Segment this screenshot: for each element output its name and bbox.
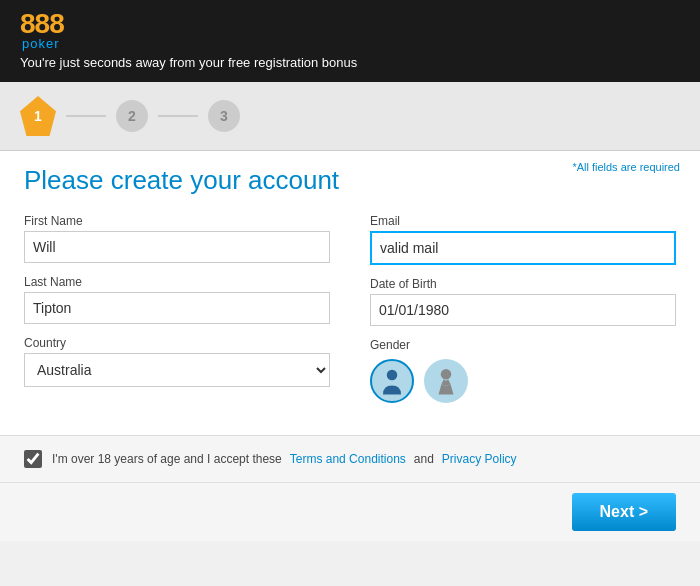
checkbox-text-and: and bbox=[414, 452, 434, 466]
email-group: Email bbox=[370, 214, 676, 265]
country-group: Country Australia United States United K… bbox=[24, 336, 330, 387]
terms-label: I'm over 18 years of age and I accept th… bbox=[52, 452, 517, 466]
main-content: *All fields are required Please create y… bbox=[0, 151, 700, 435]
step-connector-2 bbox=[158, 115, 198, 117]
gender-group: Gender bbox=[370, 338, 676, 403]
terms-checkbox[interactable] bbox=[24, 450, 42, 468]
last-name-input[interactable] bbox=[24, 292, 330, 324]
gender-female-icon[interactable] bbox=[424, 359, 468, 403]
dob-input[interactable] bbox=[370, 294, 676, 326]
step-3: 3 bbox=[208, 100, 240, 132]
last-name-group: Last Name bbox=[24, 275, 330, 324]
gender-male-icon[interactable] bbox=[370, 359, 414, 403]
logo: 888 poker bbox=[20, 10, 64, 51]
last-name-label: Last Name bbox=[24, 275, 330, 289]
logo-poker-text: poker bbox=[22, 36, 64, 51]
privacy-link[interactable]: Privacy Policy bbox=[442, 452, 517, 466]
dob-label: Date of Birth bbox=[370, 277, 676, 291]
step-connector-1 bbox=[66, 115, 106, 117]
next-bar: Next > bbox=[0, 482, 700, 541]
dob-group: Date of Birth bbox=[370, 277, 676, 326]
first-name-input[interactable] bbox=[24, 231, 330, 263]
checkbox-text-prefix: I'm over 18 years of age and I accept th… bbox=[52, 452, 282, 466]
email-label: Email bbox=[370, 214, 676, 228]
country-select[interactable]: Australia United States United Kingdom C… bbox=[24, 353, 330, 387]
form-grid: First Name Last Name Country Australia U… bbox=[24, 214, 676, 415]
header: 888 poker You're just seconds away from … bbox=[0, 0, 700, 82]
logo-888-text: 888 bbox=[20, 10, 64, 38]
first-name-group: First Name bbox=[24, 214, 330, 263]
first-name-label: First Name bbox=[24, 214, 330, 228]
email-input[interactable] bbox=[370, 231, 676, 265]
step-2: 2 bbox=[116, 100, 148, 132]
svg-point-0 bbox=[387, 370, 398, 381]
steps-bar: 1 2 3 bbox=[0, 82, 700, 151]
terms-link[interactable]: Terms and Conditions bbox=[290, 452, 406, 466]
header-subtitle: You're just seconds away from your free … bbox=[20, 55, 357, 70]
required-note: *All fields are required bbox=[572, 161, 680, 173]
footer-area: I'm over 18 years of age and I accept th… bbox=[0, 435, 700, 482]
gender-label: Gender bbox=[370, 338, 676, 352]
step-1: 1 bbox=[20, 96, 56, 136]
svg-point-1 bbox=[441, 369, 452, 380]
next-button[interactable]: Next > bbox=[572, 493, 676, 531]
gender-options bbox=[370, 359, 676, 403]
country-label: Country bbox=[24, 336, 330, 350]
